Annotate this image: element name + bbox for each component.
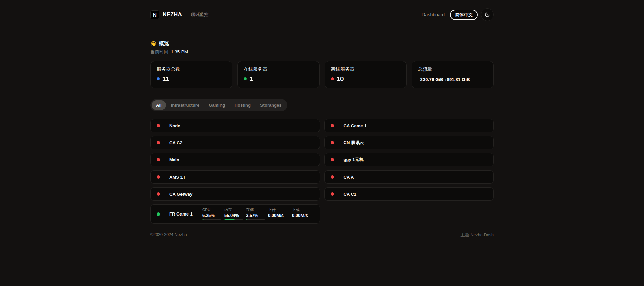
overview-title-text: 概览 [159, 40, 169, 47]
stat-card-value-row: 11 [157, 76, 226, 82]
status-dot-icon [244, 77, 247, 80]
tab-infrastructure[interactable]: Infrastructure [167, 100, 204, 110]
stat-card-label: 服务器总数 [157, 66, 226, 73]
current-time: 当前时间 1:35 PM [150, 49, 494, 55]
brand-separator [187, 12, 187, 17]
status-dot-icon [157, 141, 160, 144]
logo-letter: N [153, 12, 157, 18]
server-name: Node [169, 123, 180, 128]
server-name: AMS 1T [169, 175, 186, 180]
stat-card-value: ↑230.76 GiB ↓891.81 GiB [418, 77, 470, 82]
theme-toggle-button[interactable] [481, 8, 494, 21]
theme-credit-text: 主题-Nezha-Dash [460, 232, 494, 238]
server-name: FR Game-1 [169, 211, 202, 217]
metric-下载: 下载0.00M/s [292, 208, 313, 218]
stat-cards: 服务器总数11在线服务器1离线服务器10总流量↑230.76 GiB ↓891.… [150, 61, 494, 88]
stat-card-value-row: 1 [244, 76, 313, 82]
metric-value: 55.04% [224, 213, 243, 218]
metric-value: 6.25% [202, 213, 221, 218]
status-dot-icon [157, 175, 160, 179]
metric-存储: 存储3.57% [246, 208, 265, 220]
metric-value: 0.00M/s [268, 213, 289, 218]
stat-card: 总流量↑230.76 GiB ↓891.81 GiB [412, 61, 494, 88]
brand[interactable]: N NEZHA 哪吒监控 [150, 10, 209, 19]
status-dot-icon [331, 158, 334, 161]
metric-value: 3.57% [246, 213, 265, 218]
status-dot-icon [331, 141, 334, 144]
moon-icon [485, 12, 490, 17]
wave-emoji-icon: 👋 [150, 41, 157, 47]
group-tab-bar: AllInfrastructureGamingHostingStoranges [150, 99, 287, 111]
status-dot-icon [331, 192, 334, 196]
metric-CPU: CPU6.25% [202, 208, 221, 220]
time-label: 当前时间 [150, 49, 168, 54]
server-name: CA C2 [169, 140, 183, 145]
server-row[interactable]: CA A [324, 170, 494, 184]
status-dot-icon [157, 192, 160, 196]
server-name: Main [169, 157, 179, 162]
server-row[interactable]: CA Game-1 [324, 119, 494, 132]
dashboard-link[interactable]: Dashboard [422, 12, 445, 17]
status-dot-icon [157, 212, 160, 216]
header-actions: Dashboard 简体中文 [422, 8, 494, 21]
server-list: NodeCA Game-1CA C2CN 腾讯云Mainggy 1元机AMS 1… [150, 119, 494, 224]
server-row[interactable]: CA C1 [324, 187, 494, 201]
metric-progress-bar [224, 219, 243, 220]
header: N NEZHA 哪吒监控 Dashboard 简体中文 [150, 0, 494, 21]
metric-内存: 内存55.04% [224, 208, 243, 220]
stat-card-value: 10 [337, 76, 344, 82]
page-container: N NEZHA 哪吒监控 Dashboard 简体中文 👋 概览 当前时间 1:… [150, 0, 494, 251]
status-dot-icon [157, 124, 160, 127]
metric-progress-bar [202, 219, 221, 220]
metric-label: 内存 [224, 208, 243, 212]
status-dot-icon [157, 77, 160, 80]
metric-label: CPU [202, 208, 221, 212]
tab-storanges[interactable]: Storanges [256, 100, 286, 110]
nezha-logo-icon: N [150, 10, 159, 19]
copyright-text: ©2020-2024 Nezha [150, 232, 187, 238]
metric-progress-fill [224, 219, 235, 220]
stat-card-value-row: 10 [331, 76, 400, 82]
overview-section: 👋 概览 当前时间 1:35 PM 服务器总数11在线服务器1离线服务器10总流… [150, 40, 494, 251]
server-row[interactable]: FR Game-1CPU6.25%内存55.04%存储3.57%上传0.00M/… [150, 204, 320, 224]
stat-card: 离线服务器10 [325, 61, 407, 88]
metric-value: 0.00M/s [292, 213, 313, 218]
server-name: CN 腾讯云 [344, 140, 364, 146]
server-name: CA A [344, 175, 354, 180]
metric-progress-bar [246, 219, 265, 220]
server-row[interactable]: CA Getway [150, 187, 320, 201]
metric-label: 下载 [292, 208, 313, 212]
server-row[interactable]: ggy 1元机 [324, 153, 494, 166]
status-dot-icon [157, 158, 160, 161]
status-dot-icon [331, 124, 334, 127]
metric-progress-fill [246, 219, 247, 220]
stat-card-label: 总流量 [418, 66, 487, 73]
server-row[interactable]: CN 腾讯云 [324, 136, 494, 149]
brand-subtitle: 哪吒监控 [191, 12, 209, 18]
stat-card-label: 离线服务器 [331, 66, 400, 73]
server-name: CA C1 [344, 192, 357, 197]
server-metrics: CPU6.25%内存55.04%存储3.57%上传0.00M/s下载0.00M/… [202, 208, 315, 220]
status-dot-icon [331, 175, 334, 179]
tab-gaming[interactable]: Gaming [204, 100, 229, 110]
server-row[interactable]: CA C2 [150, 136, 320, 149]
page-title: 👋 概览 [150, 40, 494, 47]
stat-card-value-row: ↑230.76 GiB ↓891.81 GiB [418, 76, 487, 82]
time-value: 1:35 PM [171, 49, 188, 54]
brand-name: NEZHA [163, 12, 182, 18]
server-name: CA Getway [169, 192, 192, 197]
stat-card-label: 在线服务器 [244, 66, 313, 73]
metric-label: 存储 [246, 208, 265, 212]
stat-card-value: 11 [162, 76, 169, 82]
stat-card: 在线服务器1 [237, 61, 319, 88]
stat-card-value: 1 [249, 76, 253, 82]
tab-all[interactable]: All [152, 100, 166, 110]
server-name: CA Game-1 [344, 123, 367, 128]
server-row[interactable]: AMS 1T [150, 170, 320, 184]
stat-card: 服务器总数11 [150, 61, 232, 88]
server-row[interactable]: Node [150, 119, 320, 132]
tab-hosting[interactable]: Hosting [230, 100, 255, 110]
metric-上传: 上传0.00M/s [268, 208, 289, 218]
server-row[interactable]: Main [150, 153, 320, 166]
language-button[interactable]: 简体中文 [450, 10, 478, 20]
